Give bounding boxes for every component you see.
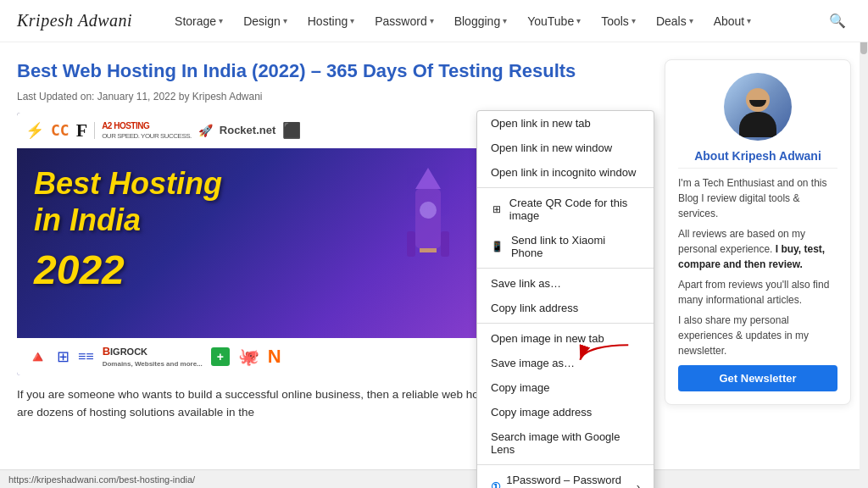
- featured-image: ⚡ CC F A2 HOSTINGOUR SPEED. YOUR SUCCESS…: [17, 113, 492, 375]
- svg-rect-3: [441, 231, 449, 257]
- logo-bottom-3: ≡≡: [78, 349, 94, 364]
- ctx-google-lens[interactable]: Search image with Google Lens: [477, 424, 654, 462]
- newsletter-button[interactable]: Get Newsletter: [678, 365, 837, 391]
- ctx-separator-3: [477, 323, 654, 324]
- ctx-separator-4: [477, 464, 654, 465]
- nav-item-tools[interactable]: Tools ▾: [593, 9, 644, 33]
- status-url: https://kripeshadwani.com/best-hosting-i…: [8, 474, 195, 485]
- ctx-save-link[interactable]: Save link as…: [477, 271, 654, 296]
- qr-icon: ⊞: [491, 202, 503, 216]
- ctx-create-qr[interactable]: ⊞ Create QR Code for this image: [477, 191, 654, 228]
- chevron-down-icon: ▾: [503, 16, 507, 25]
- chevron-down-icon: ▾: [350, 16, 354, 25]
- nav-item-storage[interactable]: Storage ▾: [166, 9, 231, 33]
- nav-item-about[interactable]: About ▾: [705, 9, 760, 33]
- ctx-open-new-window[interactable]: Open link in new window: [477, 136, 654, 160]
- context-menu: Open link in new tab Open link in new wi…: [476, 110, 654, 488]
- red-arrow: [576, 336, 636, 372]
- nav-item-hosting[interactable]: Hosting ▾: [299, 9, 363, 33]
- divider: [94, 122, 95, 139]
- scrollbar[interactable]: [860, 0, 868, 488]
- chevron-down-icon: ▾: [632, 16, 636, 25]
- ctx-send-xiaomi[interactable]: 📱 Send link to Xiaomi Phone: [477, 228, 654, 265]
- article-title: Best Web Hosting In India (2022) – 365 D…: [17, 59, 648, 84]
- ctx-separator-2: [477, 268, 654, 269]
- svg-point-4: [420, 202, 437, 219]
- logo-bigrock: BIGROCKDomains, Websites and more...: [103, 345, 203, 368]
- logo-cc: CC: [51, 121, 70, 139]
- nav-item-password[interactable]: Password ▾: [366, 9, 442, 33]
- avatar: [724, 73, 792, 141]
- logo-last: ⬛: [282, 121, 301, 140]
- author-avatar-container: [678, 73, 837, 141]
- nav-item-design[interactable]: Design ▾: [235, 9, 296, 33]
- logo-green: +: [211, 347, 230, 366]
- chevron-down-icon: ▾: [219, 16, 223, 25]
- nav-item-youtube[interactable]: YouTube ▾: [519, 9, 589, 33]
- nav-item-deals[interactable]: Deals ▾: [648, 9, 702, 33]
- chevron-down-icon: ▾: [430, 16, 434, 25]
- logo-flywheel: F: [76, 119, 87, 141]
- logo-rocket-icon: 🚀: [198, 124, 213, 137]
- site-logo[interactable]: Kripesh Adwani: [17, 11, 132, 30]
- logo-cloudways: ⚡: [25, 121, 44, 140]
- ctx-open-incognito[interactable]: Open link in incognito window: [477, 160, 654, 185]
- logo-bottom-1: 🔺: [27, 347, 48, 367]
- ctx-copy-image[interactable]: Copy image: [477, 375, 654, 400]
- chevron-down-icon: ▾: [283, 16, 287, 25]
- avatar-body: [739, 112, 776, 137]
- logo-rocketnet: Rocket.net: [220, 124, 275, 136]
- svg-rect-5: [420, 248, 437, 252]
- svg-rect-2: [407, 231, 415, 257]
- nav-item-blogging[interactable]: Blogging ▾: [446, 9, 516, 33]
- logo-namecheap: N: [268, 346, 281, 368]
- status-bar: https://kripeshadwani.com/best-hosting-i…: [0, 469, 868, 488]
- ctx-1password[interactable]: ① 1Password – Password Manager ›: [477, 468, 654, 488]
- author-name: About Kripesh Adwani: [678, 149, 837, 169]
- sidebar: About Kripesh Adwani I'm a Tech Enthusia…: [665, 59, 851, 480]
- chevron-down-icon: ▾: [689, 16, 693, 25]
- rocket-illustration: [373, 164, 475, 299]
- logo-bottom-2: ⊞: [57, 347, 70, 366]
- 1password-icon: ①: [491, 480, 501, 488]
- article-meta: Last Updated on: January 11, 2022 by Kri…: [17, 91, 648, 103]
- logo-octopus: 🐙: [238, 347, 259, 367]
- chevron-down-icon: ▾: [576, 16, 581, 25]
- ctx-copy-link[interactable]: Copy link address: [477, 296, 654, 320]
- phone-icon: 📱: [491, 240, 504, 253]
- content-wrapper: Best Web Hosting In India (2022) – 365 D…: [0, 42, 868, 488]
- author-card: About Kripesh Adwani I'm a Tech Enthusia…: [665, 59, 851, 405]
- ctx-copy-image-addr[interactable]: Copy image address: [477, 400, 654, 424]
- hosting-logos-bottom: 🔺 ⊞ ≡≡ BIGROCKDomains, Websites and more…: [17, 338, 492, 375]
- author-bio: I'm a Tech Enthusiast and on this Blog I…: [678, 175, 837, 358]
- ctx-open-new-tab[interactable]: Open link in new tab: [477, 111, 654, 136]
- avatar-figure: [732, 81, 783, 141]
- svg-marker-1: [415, 168, 441, 189]
- ctx-separator-1: [477, 187, 654, 188]
- chevron-down-icon: ▾: [747, 16, 751, 25]
- navbar: Kripesh Adwani Storage ▾ Design ▾ Hostin…: [0, 0, 868, 42]
- logo-a2hosting: A2 HOSTINGOUR SPEED. YOUR SUCCESS.: [102, 121, 192, 140]
- nav-menu: Storage ▾ Design ▾ Hosting ▾ Password ▾ …: [166, 9, 824, 33]
- hosting-logos-top: ⚡ CC F A2 HOSTINGOUR SPEED. YOUR SUCCESS…: [17, 113, 492, 148]
- arrow-right-icon: ›: [637, 480, 640, 489]
- search-icon[interactable]: 🔍: [824, 8, 851, 34]
